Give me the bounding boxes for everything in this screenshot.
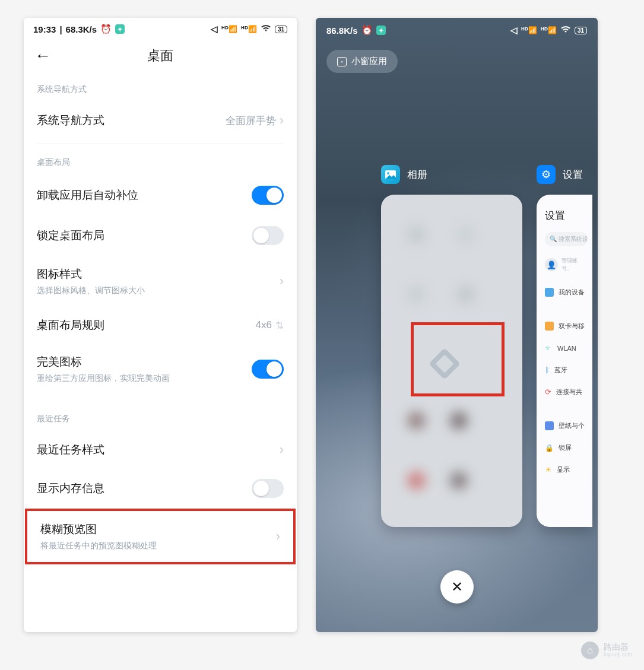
- section-nav-label: 系统导航方式: [24, 76, 297, 102]
- app-label-gallery: 相册: [407, 168, 427, 182]
- lock-icon: 🔒: [545, 444, 554, 452]
- wifi-icon: [261, 24, 271, 34]
- row-display[interactable]: ☀显示: [545, 465, 588, 474]
- row-wlan[interactable]: ᯤWLAN: [545, 344, 588, 353]
- close-all-button[interactable]: ✕: [440, 570, 474, 604]
- settings-screen: 19:33 | 68.3K/s ⏰ ✦ ◁ ᴴᴰ📶 ᴴᴰ📶 31 ← 桌面 系统…: [24, 18, 297, 632]
- nav-value: 全面屏手势: [226, 114, 276, 128]
- search-input[interactable]: 🔍 搜索系统设: [545, 232, 588, 246]
- window-icon: ▫: [337, 57, 347, 66]
- chevron-right-icon: ›: [280, 274, 284, 289]
- brightness-icon: ☀: [545, 465, 552, 474]
- row-connection[interactable]: ⟳连接与共: [545, 388, 588, 396]
- status-time: 19:33: [33, 24, 56, 34]
- wifi-mini-icon: ᯤ: [545, 344, 553, 353]
- watermark-logo-icon: ⌂: [581, 642, 599, 659]
- toggle-lock-layout[interactable]: [252, 226, 284, 245]
- app-badge-icon: ✦: [115, 24, 125, 34]
- toggle-auto-fill[interactable]: [252, 186, 284, 205]
- highlight-box: [411, 322, 505, 396]
- row-navigation-style[interactable]: 系统导航方式 全面屏手势 ›: [24, 102, 297, 139]
- alarm-icon: ⏰: [361, 25, 373, 36]
- floating-window-chip[interactable]: ▫ 小窗应用: [326, 50, 398, 73]
- svg-point-1: [387, 172, 389, 174]
- location-icon: ◁: [211, 24, 218, 34]
- header: ← 桌面: [24, 38, 297, 76]
- row-lock-layout: 锁定桌面布局: [24, 215, 297, 256]
- signal-icon: ᴴᴰ📶: [221, 25, 237, 33]
- signal-icon: ᴴᴰ📶: [521, 26, 537, 34]
- app-badge-icon: ✦: [376, 26, 386, 35]
- sim-icon: [545, 322, 554, 331]
- chevron-right-icon: ›: [280, 113, 284, 128]
- divider: [37, 144, 284, 144]
- watermark: ⌂ 路由器 luyouqi.com: [581, 642, 632, 659]
- battery-icon: 31: [275, 26, 287, 33]
- row-device[interactable]: 我的设备: [545, 288, 588, 297]
- status-speed: 86.8K/s: [326, 26, 358, 36]
- avatar-icon: 👤: [545, 258, 558, 271]
- row-bluetooth[interactable]: ᛒ蓝牙: [545, 366, 588, 374]
- alarm-icon: ⏰: [100, 24, 112, 34]
- chevron-right-icon: ›: [280, 442, 284, 458]
- app-header-settings[interactable]: ⚙ 设置: [537, 165, 583, 184]
- wifi-icon: [560, 26, 571, 36]
- row-lockscreen[interactable]: 🔒锁屏: [545, 443, 588, 452]
- sort-icon: ⇅: [275, 319, 284, 332]
- gallery-icon: [381, 165, 400, 184]
- row-grid-layout[interactable]: 桌面布局规则 4x6 ⇅: [24, 307, 297, 344]
- settings-title: 设置: [545, 209, 588, 223]
- battery-icon: 31: [575, 27, 587, 34]
- signal-icon-2: ᴴᴰ📶: [541, 26, 557, 34]
- row-recent-style[interactable]: 最近任务样式 ›: [24, 431, 297, 468]
- settings-gear-icon: ⚙: [537, 165, 556, 184]
- row-icon-style[interactable]: 图标样式 选择图标风格、调节图标大小 ›: [24, 256, 297, 307]
- signal-icon-2: ᴴᴰ📶: [241, 25, 257, 33]
- back-button[interactable]: ←: [34, 46, 51, 65]
- toggle-perfect-icon[interactable]: [252, 360, 284, 379]
- toggle-show-memory[interactable]: [252, 479, 284, 498]
- bluetooth-icon: ᛒ: [545, 366, 550, 374]
- app-header-gallery[interactable]: 相册: [381, 165, 427, 184]
- section-recent-label: 最近任务: [24, 395, 297, 431]
- status-bar: 86.8K/s ⏰ ✦ ◁ ᴴᴰ📶 ᴴᴰ📶 31: [316, 18, 598, 39]
- highlight-blur-preview: 模糊预览图 将最近任务中的预览图模糊处理 ›: [25, 509, 296, 564]
- status-bar: 19:33 | 68.3K/s ⏰ ✦ ◁ ᴴᴰ📶 ᴴᴰ📶 31: [24, 18, 297, 38]
- app-card-gallery[interactable]: [381, 195, 522, 527]
- row-show-memory: 显示内存信息: [24, 468, 297, 509]
- row-wallpaper[interactable]: 壁纸与个: [545, 421, 588, 430]
- connection-icon: ⟳: [545, 388, 551, 396]
- device-icon: [545, 288, 554, 297]
- chevron-right-icon: ›: [276, 529, 280, 544]
- row-auto-fill: 卸载应用后自动补位: [24, 175, 297, 215]
- location-icon: ◁: [510, 25, 518, 36]
- row-blur-preview[interactable]: 模糊预览图 将最近任务中的预览图模糊处理 ›: [27, 511, 293, 562]
- account-row[interactable]: 👤 管理账号、: [545, 257, 588, 272]
- app-label-settings: 设置: [563, 168, 583, 182]
- app-card-settings[interactable]: 设置 🔍 搜索系统设 👤 管理账号、 我的设备 双卡与移 ᯤWLAN ᛒ蓝牙 ⟳…: [537, 195, 592, 527]
- grid-value: 4x6: [256, 319, 272, 331]
- section-layout-label: 桌面布局: [24, 149, 297, 175]
- row-sim[interactable]: 双卡与移: [545, 322, 588, 331]
- wallpaper-icon: [545, 421, 554, 430]
- row-perfect-icon: 完美图标 重绘第三方应用图标，实现完美动画: [24, 344, 297, 395]
- page-title: 桌面: [51, 47, 269, 65]
- recent-apps-screen: 86.8K/s ⏰ ✦ ◁ ᴴᴰ📶 ᴴᴰ📶 31 ▫ 小窗应用: [316, 18, 598, 632]
- status-speed: 68.3K/s: [66, 24, 97, 34]
- recent-apps-row[interactable]: 相册 ⚙ 设置 设置 🔍 搜索系统设 👤 管理账号、: [316, 165, 598, 632]
